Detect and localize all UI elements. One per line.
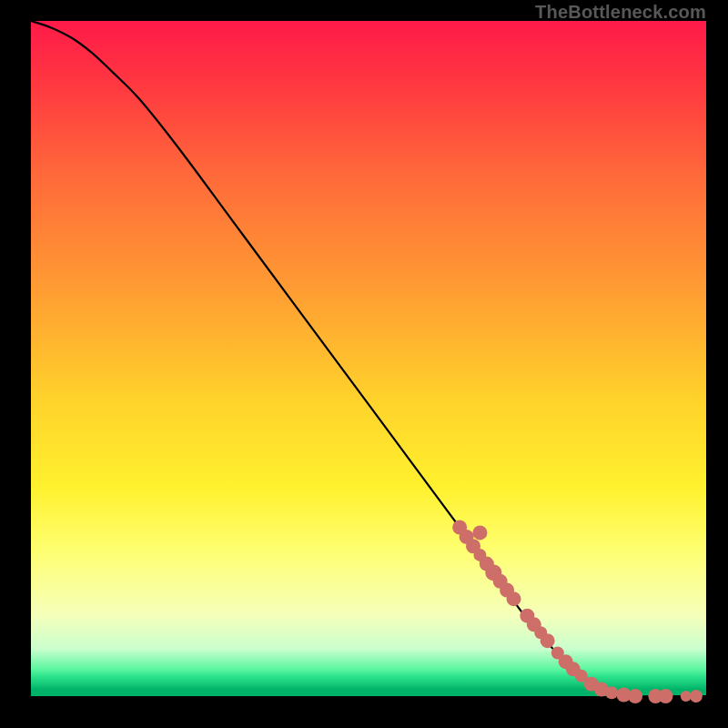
scatter-point [658,689,672,703]
plot-area [31,21,706,696]
scatter-point [541,633,555,648]
scatter-point [605,686,618,699]
scatter-points [452,521,703,704]
chart-stage: TheBottleneck.com [0,0,728,728]
chart-svg [31,21,706,696]
scatter-point [472,525,487,540]
watermark-text: TheBottleneck.com [535,2,706,23]
scatter-point [628,689,642,703]
scatter-point [507,592,521,606]
scatter-point [690,690,703,703]
bottleneck-curve [31,21,706,697]
